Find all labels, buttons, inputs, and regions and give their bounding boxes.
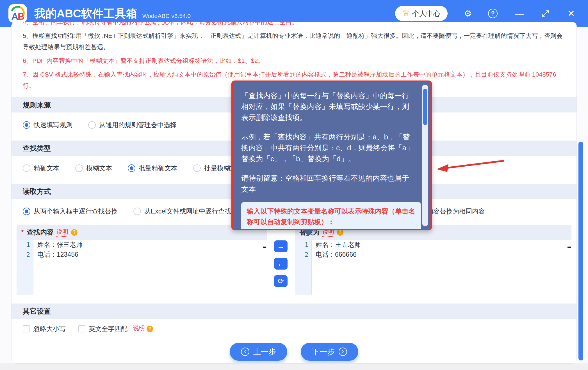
editor-line: 1 姓名：张三老师 bbox=[17, 240, 267, 250]
window-bottom-strip bbox=[0, 364, 588, 370]
checkbox-icon bbox=[23, 325, 30, 332]
required-asterisk: * bbox=[21, 228, 24, 237]
editor-line: 1 姓名：王五老师 bbox=[295, 240, 571, 250]
chevron-left-icon: ‹ bbox=[241, 348, 249, 356]
red-annotation-arrow bbox=[434, 156, 507, 175]
scrollbar-thumb[interactable] bbox=[263, 247, 266, 248]
wizard-navigation: ‹ 上一步 下一步 › bbox=[12, 343, 576, 361]
radio-icon bbox=[193, 164, 201, 172]
editor-scrollbar[interactable] bbox=[567, 240, 571, 295]
popup-paragraph-1: 「查找内容」中的每一行与「替换内容」中的每一行相对应，如果「替换内容」未填写或缺… bbox=[241, 90, 414, 123]
replace-panel: 替换为 说明 ? 1 姓名：王五老师 2 电话：666666 bbox=[295, 225, 571, 295]
close-button[interactable]: ✕ bbox=[566, 8, 577, 19]
app-logo: AB bbox=[8, 4, 27, 23]
checkbox-ignore-case[interactable]: 忽略大小写 bbox=[23, 325, 66, 333]
crown-icon: ♛ bbox=[402, 10, 409, 17]
previous-step-button[interactable]: ‹ 上一步 bbox=[230, 343, 287, 361]
radio-icon bbox=[128, 164, 135, 172]
find-replace-editors: * 查找内容 说明 ? 1 姓名：张三老师 2 电话：123456 → bbox=[12, 225, 576, 295]
window-scrollbar-thumb[interactable] bbox=[578, 142, 583, 360]
editor-line: 2 电话：666666 bbox=[295, 250, 571, 259]
help-question-icon: ? bbox=[147, 326, 153, 332]
notice-line-5: 5、模糊查找功能采用「微软 .NET 正则表达式解析引擎」来实现，「正则表达式」… bbox=[23, 30, 565, 53]
radio-icon bbox=[23, 164, 30, 172]
radio-from-excel-or-url[interactable]: 从Excel文件或网址中逐行查找替换 bbox=[133, 207, 244, 216]
radio-icon bbox=[88, 121, 96, 129]
radio-icon bbox=[133, 208, 141, 215]
find-panel: * 查找内容 说明 ? 1 姓名：张三老师 2 电话：123456 bbox=[17, 225, 267, 295]
radio-from-rule-manager[interactable]: 从通用的规则管理器中选择 bbox=[88, 121, 177, 129]
radio-fuzzy-text[interactable]: 模糊文本 bbox=[75, 164, 112, 173]
find-panel-label: 查找内容 bbox=[27, 228, 54, 237]
personal-center-button[interactable]: ♛ 个人中心 bbox=[395, 6, 448, 21]
find-help-link[interactable]: 说明 bbox=[56, 228, 68, 237]
transfer-buttons: → ← ⟳ bbox=[267, 225, 295, 295]
section-other-settings-title: 其它设置 bbox=[12, 304, 576, 319]
app-version: WodeABC v6.54.0 bbox=[142, 13, 191, 19]
radio-quick-fill-rule[interactable]: 快速填写规则 bbox=[23, 121, 72, 129]
next-step-button[interactable]: 下一步 › bbox=[301, 343, 358, 361]
whole-word-help-link[interactable]: 说明 bbox=[133, 324, 145, 333]
popup-paragraph-2: 示例，若「查找内容」共有两行分别是：a、b，「替换内容」中共有两行分别是：c、d… bbox=[241, 132, 414, 164]
scrollbar-thumb[interactable] bbox=[568, 247, 571, 248]
editor-scrollbar[interactable] bbox=[262, 240, 267, 295]
help-question-icon: ? bbox=[71, 229, 78, 236]
find-panel-header: * 查找内容 说明 ? bbox=[17, 225, 267, 240]
radio-batch-exact-text[interactable]: 批量精确文本 bbox=[128, 164, 177, 173]
special-variables-box: 输入以下特殊的文本变量名称可以表示特殊内容（单击名称可以自动复制到剪贴板）： •… bbox=[241, 202, 421, 230]
other-settings-options: 忽略大小写 英文全字匹配 说明 ? bbox=[12, 319, 576, 339]
help-tooltip-popup: 「查找内容」中的每一行与「替换内容」中的每一行相对应，如果「替换内容」未填写或缺… bbox=[231, 81, 432, 230]
swap-refresh-button[interactable]: ⟳ bbox=[274, 275, 288, 287]
minimize-button[interactable]: — bbox=[514, 8, 525, 19]
resize-button[interactable]: ⤢ bbox=[540, 8, 551, 19]
radio-icon bbox=[23, 208, 30, 215]
copy-right-button[interactable]: → bbox=[274, 240, 288, 252]
variable-bullet-item: •{com.wodeabc.word_new_line}：（Word 专用）Wo… bbox=[247, 230, 415, 230]
popup-tail-pointer bbox=[303, 229, 314, 236]
popup-scrollbar-thumb[interactable] bbox=[423, 89, 427, 125]
notice-line-4: 4、空格、回车换行、制表符等看不见的内容也属于文本，因此，请务必留意输入内容中的… bbox=[23, 22, 565, 28]
checkbox-whole-word-match[interactable]: 英文全字匹配 bbox=[78, 325, 127, 333]
checkbox-icon bbox=[78, 325, 85, 332]
chevron-right-icon: › bbox=[339, 348, 347, 356]
radio-icon bbox=[23, 121, 30, 129]
personal-center-label: 个人中心 bbox=[412, 9, 440, 18]
find-content-editor[interactable]: 1 姓名：张三老师 2 电话：123456 bbox=[17, 240, 267, 295]
notice-line-6: 6、PDF 内容替换中的「模糊文本」暂不支持正则表达式分组标签语法，比如：$1、… bbox=[23, 55, 565, 66]
help-icon[interactable]: ? bbox=[488, 9, 499, 18]
copy-left-button[interactable]: ← bbox=[274, 258, 288, 270]
radio-icon bbox=[75, 164, 83, 172]
editor-line: 2 电话：123456 bbox=[17, 250, 267, 259]
popup-paragraph-3: 请特别留意：空格和回车换行等看不见的内容也属于文本 bbox=[241, 173, 414, 195]
settings-gear-icon[interactable]: ⚙ bbox=[462, 8, 473, 19]
special-variables-title: 输入以下特殊的文本变量名称可以表示特殊内容（单击名称可以自动复制到剪贴板）： bbox=[247, 206, 415, 227]
app-title: 我的ABC软件工具箱 bbox=[34, 6, 137, 21]
radio-exact-text[interactable]: 精确文本 bbox=[23, 164, 60, 173]
replace-content-editor[interactable]: 1 姓名：王五老师 2 电话：666666 bbox=[295, 240, 571, 295]
radio-two-input-boxes[interactable]: 从两个输入框中逐行查找替换 bbox=[23, 207, 118, 216]
